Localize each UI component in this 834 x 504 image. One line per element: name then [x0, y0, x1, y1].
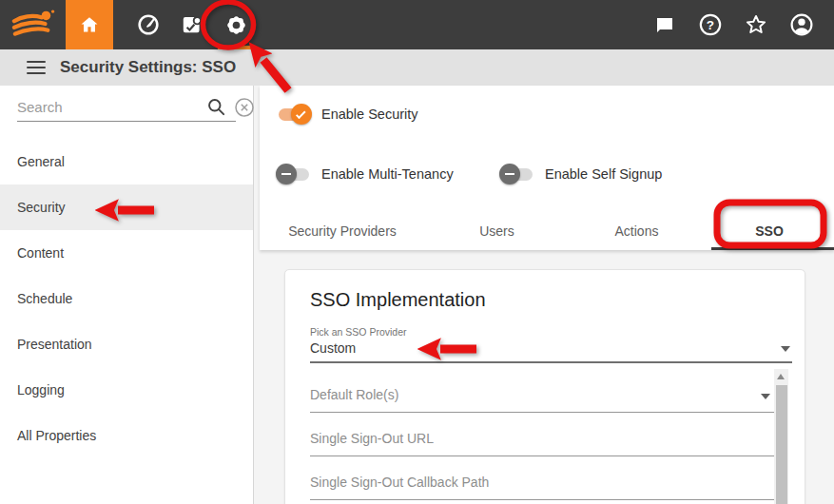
sso-provider-field: Pick an SSO Provider Custom — [310, 326, 792, 363]
sidebar-item-logging[interactable]: Logging — [0, 367, 253, 413]
tab-sso[interactable]: SSO — [705, 212, 834, 250]
sidebar-items: General Security Content Schedule Presen… — [0, 139, 253, 458]
content-area: General Security Content Schedule Presen… — [0, 86, 834, 504]
sso-fields-region — [310, 369, 774, 500]
scrollbar-thumb[interactable] — [776, 385, 787, 504]
default-roles-dropdown[interactable] — [310, 369, 774, 413]
sidebar-item-content[interactable]: Content — [0, 230, 253, 276]
chevron-down-icon — [781, 346, 790, 352]
gauge-icon — [136, 12, 161, 37]
toggle-knob-check-icon — [291, 104, 312, 125]
enable-security-row: Enable Security — [279, 107, 418, 122]
page-header: Security Settings: SSO — [0, 49, 834, 86]
tab-users[interactable]: Users — [425, 212, 569, 250]
app-window: ? Security Settings: SSO — [0, 0, 834, 504]
enable-multi-tenancy-toggle[interactable] — [279, 168, 309, 181]
toggle-label: Enable Self Signup — [545, 166, 662, 182]
security-tabs: Security Providers Users Actions SSO — [260, 212, 834, 250]
toggle-label: Enable Security — [321, 107, 418, 122]
scroll-up-arrow-icon[interactable] — [777, 374, 785, 379]
sidebar-item-presentation[interactable]: Presentation — [0, 321, 253, 367]
tab-security-providers[interactable]: Security Providers — [260, 212, 425, 250]
enable-self-signup-row: Enable Self Signup — [502, 166, 662, 182]
single-sign-out-url-input[interactable] — [310, 431, 774, 456]
single-sign-out-url-row — [310, 413, 774, 456]
topbar-right-icons: ? — [642, 0, 834, 49]
brand-logo[interactable] — [0, 0, 66, 49]
favorites-button[interactable] — [733, 0, 779, 49]
sidebar-item-schedule[interactable]: Schedule — [0, 276, 253, 321]
settings-sidebar: General Security Content Schedule Presen… — [0, 86, 254, 504]
menu-icon[interactable] — [27, 61, 46, 74]
tab-actions[interactable]: Actions — [569, 212, 705, 250]
toggle-label: Enable Multi-Tenancy — [321, 166, 454, 182]
svg-text:?: ? — [707, 18, 714, 32]
chat-icon — [653, 13, 676, 36]
chat-button[interactable] — [642, 0, 688, 49]
sidebar-search — [17, 93, 236, 122]
wave-logo-icon — [11, 8, 55, 42]
nav-settings-tab[interactable] — [214, 0, 258, 49]
nav-reports-tab[interactable] — [170, 0, 214, 49]
top-nav-bar: ? — [0, 0, 834, 49]
sidebar-item-all-properties[interactable]: All Properties — [0, 413, 253, 458]
security-toggles-panel: Enable Security Enable Multi-Tenancy Ena… — [260, 86, 834, 250]
sso-provider-label: Pick an SSO Provider — [310, 326, 792, 338]
enable-self-signup-toggle[interactable] — [502, 168, 533, 181]
nav-dashboards-tab[interactable] — [126, 0, 170, 49]
account-icon — [789, 12, 814, 37]
nav-home-tab[interactable] — [66, 0, 113, 49]
star-icon — [744, 12, 768, 37]
enable-multi-tenancy-row: Enable Multi-Tenancy — [279, 166, 454, 182]
help-icon: ? — [698, 12, 723, 37]
gear-icon — [223, 12, 249, 38]
single-sign-out-callback-path-input[interactable] — [310, 475, 774, 499]
sso-provider-dropdown[interactable]: Custom — [310, 340, 792, 363]
search-input[interactable] — [17, 99, 206, 115]
home-icon — [78, 13, 101, 36]
help-button[interactable]: ? — [688, 0, 733, 49]
security-settings-main: Enable Security Enable Multi-Tenancy Ena… — [254, 86, 834, 504]
toggle-knob-minus-icon — [276, 164, 297, 184]
search-icon[interactable] — [206, 97, 226, 117]
topbar-spacer — [258, 0, 642, 49]
sso-implementation-card: SSO Implementation Pick an SSO Provider … — [284, 269, 805, 504]
page-title: Security Settings: SSO — [60, 58, 236, 77]
clear-search-icon[interactable] — [234, 97, 255, 118]
toggle-knob-minus-icon — [499, 164, 520, 184]
sso-provider-value: Custom — [310, 340, 792, 356]
chevron-down-icon — [761, 394, 770, 399]
card-title: SSO Implementation — [310, 289, 805, 311]
card-scrollbar[interactable] — [774, 369, 788, 504]
account-button[interactable] — [779, 0, 824, 49]
default-roles-input[interactable] — [310, 387, 774, 412]
sidebar-item-security[interactable]: Security — [0, 184, 253, 230]
single-sign-out-callback-path-row — [310, 456, 774, 500]
sidebar-item-general[interactable]: General — [0, 139, 253, 184]
report-check-icon — [180, 12, 204, 37]
enable-security-toggle[interactable] — [279, 108, 309, 121]
